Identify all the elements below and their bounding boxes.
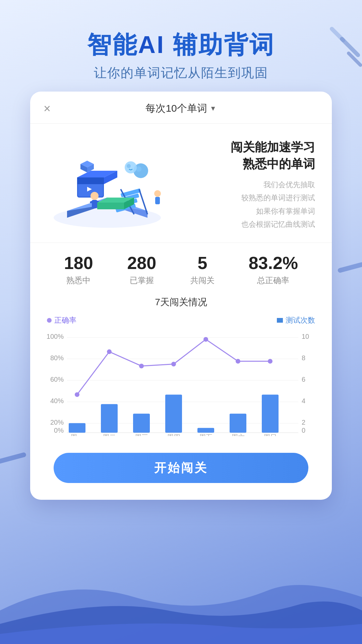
- svg-rect-59: [165, 395, 182, 433]
- stat-mastered-value: 280: [127, 253, 156, 273]
- hero-title: 智能AI 辅助背词: [0, 30, 362, 59]
- svg-point-68: [236, 359, 240, 364]
- svg-text:周一: 周一: [70, 433, 84, 436]
- svg-point-64: [107, 350, 112, 354]
- svg-point-65: [139, 364, 144, 369]
- svg-marker-19: [77, 177, 104, 184]
- hero-subtitle: 让你的单词记忆从陌生到巩固: [0, 64, 362, 82]
- svg-text:10: 10: [302, 333, 309, 340]
- svg-text:100%: 100%: [47, 333, 64, 340]
- svg-text:周日: 周日: [263, 433, 277, 436]
- svg-point-23: [136, 166, 141, 172]
- legend-accuracy: 正确率: [47, 315, 76, 325]
- svg-point-66: [171, 362, 176, 367]
- svg-text:周六: 周六: [231, 433, 245, 436]
- svg-text:0: 0: [302, 427, 305, 434]
- card-header: × 每次10个单词 ▼: [30, 92, 332, 124]
- svg-text:8: 8: [302, 354, 305, 362]
- stat-familiar-label: 熟悉中: [64, 275, 93, 286]
- svg-text:60%: 60%: [50, 376, 64, 383]
- stat-mastered-label: 已掌握: [127, 275, 156, 286]
- tests-box-icon: [277, 318, 283, 323]
- stat-familiar-value: 180: [64, 253, 93, 273]
- svg-point-37: [127, 164, 131, 168]
- start-button[interactable]: 开始闯关: [54, 453, 308, 483]
- session-selector[interactable]: 每次10个单词 ▼: [145, 102, 216, 115]
- stat-levels: 5 共闯关: [190, 253, 215, 286]
- card-info-title: 闯关能加速学习 熟悉中的单词: [178, 139, 315, 173]
- hero-title-prefix: 智能: [87, 31, 138, 58]
- svg-rect-61: [230, 414, 246, 433]
- chart-legend: 正确率 测试次数: [47, 315, 315, 325]
- stat-familiar: 180 熟悉中: [64, 253, 93, 286]
- accuracy-dot-icon: [47, 318, 52, 323]
- svg-rect-56: [69, 423, 85, 433]
- illustration: [47, 137, 168, 232]
- main-card: × 每次10个单词 ▼: [30, 92, 332, 500]
- chart-container: 100% 80% 60% 40% 20% 0% 10 8 6 4 2 0: [47, 329, 315, 436]
- svg-text:周五: 周五: [199, 433, 213, 436]
- svg-rect-57: [101, 404, 118, 433]
- chart-svg: 100% 80% 60% 40% 20% 0% 10 8 6 4 2 0: [47, 329, 315, 436]
- close-button[interactable]: ×: [44, 102, 51, 116]
- svg-point-69: [268, 359, 273, 364]
- stat-levels-label: 共闯关: [190, 275, 215, 286]
- svg-text:6: 6: [302, 376, 305, 383]
- hero-header: 智能AI 辅助背词 让你的单词记忆从陌生到巩固: [0, 0, 362, 92]
- svg-text:40%: 40%: [50, 397, 64, 405]
- stat-accuracy-value: 83.2%: [249, 253, 298, 273]
- hero-title-ai: AI: [138, 31, 165, 58]
- svg-rect-58: [133, 414, 150, 433]
- chart-title: 7天闯关情况: [47, 296, 315, 309]
- svg-point-67: [203, 337, 208, 342]
- svg-rect-32: [155, 197, 160, 204]
- chevron-down-icon: ▼: [210, 105, 217, 112]
- session-label: 每次10个单词: [145, 102, 207, 115]
- card-top-section: 闯关能加速学习 熟悉中的单词 我们会优先抽取 较熟悉的单词进行测试 如果你有掌握…: [30, 124, 332, 239]
- svg-point-31: [154, 190, 161, 197]
- hero-title-suffix: 辅助背词: [165, 31, 275, 58]
- stats-row: 180 熟悉中 280 已掌握 5 共闯关 83.2% 总正确率: [30, 243, 332, 289]
- chart-section: 7天闯关情况 正确率 测试次数 100% 80% 60% 40%: [30, 289, 332, 439]
- bottom-wave: [0, 543, 362, 644]
- legend-tests: 测试次数: [277, 315, 315, 325]
- svg-text:周四: 周四: [167, 433, 180, 436]
- card-info: 闯关能加速学习 熟悉中的单词 我们会优先抽取 较熟悉的单词进行测试 如果你有掌握…: [168, 139, 315, 231]
- stat-accuracy: 83.2% 总正确率: [249, 253, 298, 286]
- svg-rect-62: [262, 395, 279, 433]
- stat-levels-value: 5: [190, 253, 215, 273]
- svg-text:0%: 0%: [54, 427, 64, 434]
- svg-point-27: [90, 192, 99, 200]
- svg-text:4: 4: [302, 397, 305, 405]
- svg-text:80%: 80%: [50, 354, 64, 362]
- svg-text:20%: 20%: [50, 419, 64, 426]
- svg-marker-33: [97, 203, 124, 209]
- svg-text:周三: 周三: [135, 433, 148, 436]
- svg-rect-60: [197, 428, 214, 433]
- svg-text:周二: 周二: [103, 433, 116, 436]
- card-info-desc: 我们会优先抽取 较熟悉的单词进行测试 如果你有掌握单词 也会根据记忆曲线测试: [178, 178, 315, 231]
- svg-point-36: [125, 161, 137, 173]
- svg-point-63: [75, 392, 79, 397]
- svg-text:2: 2: [302, 419, 305, 426]
- stat-mastered: 280 已掌握: [127, 253, 156, 286]
- stat-accuracy-label: 总正确率: [249, 275, 298, 286]
